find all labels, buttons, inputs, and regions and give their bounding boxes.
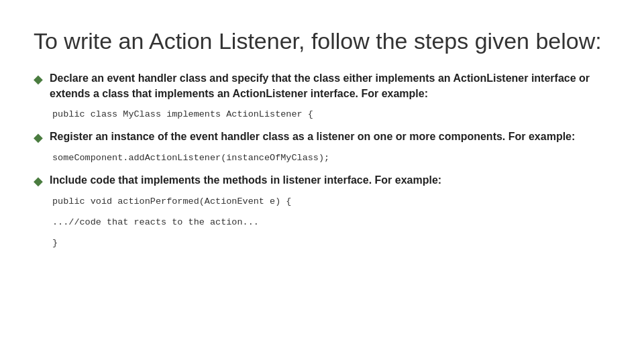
bullet-item-3: ◆ Include code that implements the metho… (34, 172, 604, 188)
bullet-item-1: ◆ Declare an event handler class and spe… (34, 70, 604, 101)
code-block-1: public class MyClass implements ActionLi… (52, 108, 604, 122)
code-block-3-line-1: public void actionPerformed(ActionEvent … (52, 195, 604, 209)
bullet-text-1: Declare an event handler class and speci… (50, 70, 604, 101)
slide-content: To write an Action Listener, follow the … (34, 27, 604, 250)
code-block-3-line-3: } (52, 237, 604, 251)
bullet-item-2: ◆ Register an instance of the event hand… (34, 129, 604, 145)
bullet-diamond-3: ◆ (34, 174, 43, 188)
code-block-3-line-2: ...//code that reacts to the action... (52, 216, 604, 230)
slide: To write an Action Listener, follow the … (0, 0, 644, 362)
bullet-list: ◆ Declare an event handler class and spe… (34, 70, 604, 251)
bullet-text-2: Register an instance of the event handle… (50, 129, 575, 144)
bullet-text-3: Include code that implements the methods… (50, 172, 441, 188)
slide-title: To write an Action Listener, follow the … (34, 27, 604, 56)
code-block-2: someComponent.addActionListener(instance… (52, 152, 604, 166)
bullet-diamond-1: ◆ (34, 72, 43, 86)
bullet-diamond-2: ◆ (34, 130, 43, 145)
